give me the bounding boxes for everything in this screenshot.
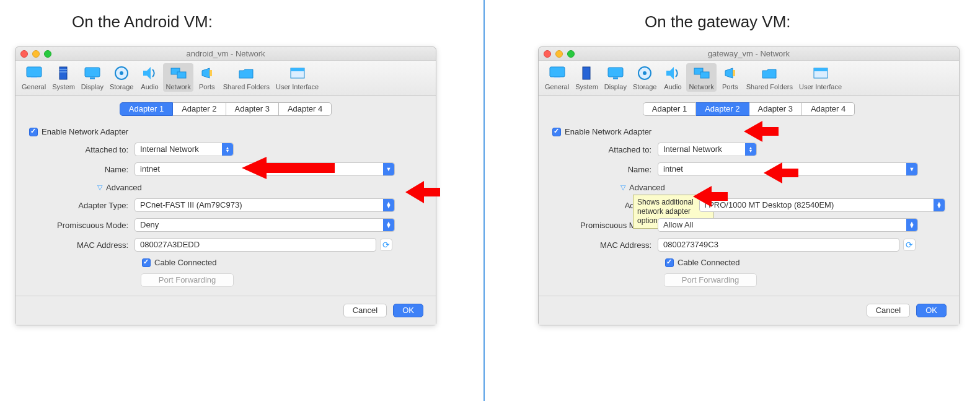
chevron-updown-icon: ▲▼ <box>383 219 394 231</box>
promiscuous-mode-select[interactable]: Deny ▲▼ <box>135 218 395 232</box>
port-forwarding-button[interactable]: Port Forwarding <box>664 273 757 287</box>
label: Display <box>81 83 104 90</box>
label: Network <box>689 83 713 90</box>
toolbar-item-storage[interactable]: Storage <box>630 63 660 92</box>
tab-adapter-1[interactable]: Adapter 1 <box>120 102 173 116</box>
cancel-button[interactable]: Cancel <box>343 304 387 317</box>
android-vm-network-window: android_vm - Network General System Disp… <box>15 46 436 325</box>
gateway-vm-network-window: gateway_vm - Network General System Disp… <box>538 46 960 325</box>
enable-network-adapter-label: Enable Network Adapter <box>42 127 128 136</box>
svg-rect-29 <box>814 68 828 71</box>
minimize-icon[interactable] <box>32 50 40 58</box>
cable-connected-label: Cable Connected <box>154 258 216 267</box>
toolbar-item-general[interactable]: General <box>19 63 48 92</box>
name-value: intnet <box>663 164 683 174</box>
promiscuous-mode-value: Allow All <box>663 220 693 229</box>
close-icon[interactable] <box>20 50 28 58</box>
toolbar-item-user-interface[interactable]: User Interface <box>797 63 844 92</box>
toolbar-item-general[interactable]: General <box>542 63 572 92</box>
svg-rect-11 <box>177 72 186 78</box>
advanced-label: Advanced <box>106 183 142 192</box>
tab-adapter-3[interactable]: Adapter 3 <box>749 102 802 116</box>
toolbar-item-shared-folders[interactable]: Shared Folders <box>221 63 272 92</box>
svg-rect-0 <box>27 67 42 77</box>
mac-address-input[interactable]: 0800273749C3 <box>658 238 899 252</box>
right-heading: On the gateway VM: <box>533 12 967 32</box>
tab-adapter-3[interactable]: Adapter 3 <box>226 102 279 116</box>
ok-button[interactable]: OK <box>393 304 423 317</box>
toolbar-item-network[interactable]: Network <box>686 63 716 92</box>
adapter-type-value: l PRO/1000 MT Desktop (82540EM) <box>705 200 834 209</box>
svg-rect-19 <box>608 68 623 77</box>
adapter-type-select[interactable]: l PRO/1000 MT Desktop (82540EM) ▲▼ <box>699 198 945 212</box>
cable-connected-label: Cable Connected <box>678 258 739 267</box>
chevron-down-icon: ▼ <box>906 163 917 175</box>
toolbar-item-audio[interactable]: Audio <box>137 63 162 92</box>
svg-point-8 <box>120 71 123 75</box>
cable-connected-checkbox[interactable] <box>665 258 674 267</box>
attached-to-select[interactable]: Internal Network ▲▼ <box>135 143 234 156</box>
mac-address-label: MAC Address: <box>552 240 658 250</box>
tab-adapter-2[interactable]: Adapter 2 <box>696 102 749 116</box>
promiscuous-mode-value: Deny <box>140 220 159 229</box>
mac-address-input[interactable]: 080027A3DEDD <box>135 238 376 252</box>
tab-adapter-4[interactable]: Adapter 4 <box>279 102 332 116</box>
toolbar-item-system[interactable]: System <box>573 63 601 92</box>
promiscuous-mode-label: Promiscuous Mode: <box>29 221 135 230</box>
toolbar-item-ports[interactable]: Ports <box>718 63 743 92</box>
enable-network-adapter-checkbox[interactable] <box>29 128 38 136</box>
tab-adapter-1[interactable]: Adapter 1 <box>643 102 696 116</box>
cable-connected-checkbox[interactable] <box>142 258 151 267</box>
toolbar-item-storage[interactable]: Storage <box>107 63 136 92</box>
toolbar-item-network[interactable]: Network <box>163 63 193 92</box>
chevron-updown-icon: ▲▼ <box>934 199 945 211</box>
name-combo[interactable]: intnet ▼ <box>658 162 918 176</box>
toolbar-item-shared-folders[interactable]: Shared Folders <box>744 63 795 92</box>
label: User Interface <box>799 83 842 90</box>
name-label: Name: <box>29 165 135 174</box>
label: Network <box>166 83 190 90</box>
label: System <box>52 83 75 90</box>
svg-rect-13 <box>210 70 212 76</box>
chevron-updown-icon: ▲▼ <box>222 143 233 156</box>
promiscuous-mode-select[interactable]: Allow All ▲▼ <box>658 218 918 232</box>
name-combo[interactable]: intnet ▼ <box>135 162 395 176</box>
toolbar-item-ports[interactable]: Ports <box>195 63 219 92</box>
toolbar-item-audio[interactable]: Audio <box>660 63 685 92</box>
advanced-disclosure[interactable]: ▽ Advanced <box>97 183 142 192</box>
svg-rect-6 <box>90 77 95 79</box>
label: General <box>545 83 569 90</box>
minimize-icon[interactable] <box>555 50 563 58</box>
left-heading: On the Android VM: <box>10 12 444 32</box>
tab-adapter-2[interactable]: Adapter 2 <box>173 102 226 116</box>
attached-to-select[interactable]: Internal Network ▲▼ <box>658 143 757 156</box>
toolbar-item-system[interactable]: System <box>50 63 77 92</box>
adapter-type-select[interactable]: PCnet-FAST III (Am79C973) ▲▼ <box>135 198 395 212</box>
zoom-icon[interactable] <box>44 50 51 58</box>
svg-marker-23 <box>666 67 674 79</box>
triangle-down-icon: ▽ <box>620 183 625 192</box>
advanced-disclosure[interactable]: ▽ Advanced <box>620 183 665 192</box>
toolbar-item-display[interactable]: Display <box>602 63 629 92</box>
cancel-button[interactable]: Cancel <box>867 304 910 317</box>
refresh-mac-button[interactable]: ⟳ <box>380 239 392 251</box>
label: User Interface <box>276 83 319 90</box>
settings-toolbar: General System Display Storage Audio Net… <box>15 61 436 96</box>
port-forwarding-button[interactable]: Port Forwarding <box>141 273 234 287</box>
tab-adapter-4[interactable]: Adapter 4 <box>802 102 855 116</box>
toolbar-item-display[interactable]: Display <box>79 63 106 92</box>
enable-network-adapter-checkbox[interactable] <box>552 128 561 136</box>
toolbar-item-user-interface[interactable]: User Interface <box>273 63 321 92</box>
mac-address-label: MAC Address: <box>29 240 135 250</box>
close-icon[interactable] <box>544 50 551 58</box>
attached-to-value: Internal Network <box>140 144 199 154</box>
svg-rect-25 <box>700 72 709 78</box>
label: Storage <box>633 83 657 90</box>
refresh-mac-button[interactable]: ⟳ <box>903 239 916 251</box>
svg-rect-17 <box>554 77 560 78</box>
ok-button[interactable]: OK <box>916 304 947 317</box>
titlebar: android_vm - Network <box>15 47 436 61</box>
zoom-icon[interactable] <box>567 50 575 58</box>
titlebar: gateway_vm - Network <box>539 47 959 61</box>
label: General <box>22 83 46 90</box>
